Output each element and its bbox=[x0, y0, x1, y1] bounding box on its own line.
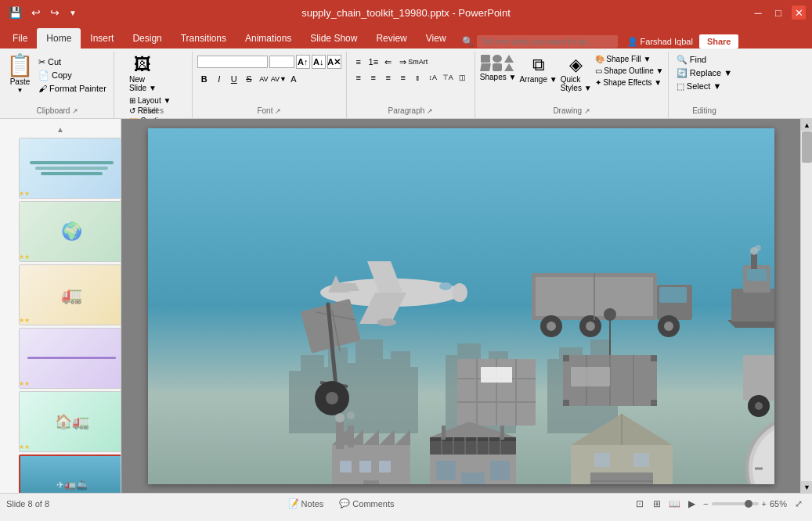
bold-button[interactable]: B bbox=[197, 72, 211, 86]
decrease-font-button[interactable]: A↓ bbox=[312, 55, 326, 69]
svg-point-38 bbox=[664, 322, 673, 331]
strikethrough-button[interactable]: S bbox=[242, 72, 256, 86]
svg-point-97 bbox=[347, 411, 355, 419]
convert-to-smartart-button[interactable]: ◫ bbox=[456, 70, 470, 84]
undo-icon[interactable]: ↩ bbox=[29, 6, 43, 19]
find-button[interactable]: 🔍 Find bbox=[677, 55, 706, 65]
editing-label: Editing bbox=[692, 106, 716, 115]
align-text-button[interactable]: ⊤A bbox=[441, 70, 455, 84]
share-button[interactable]: Share bbox=[699, 34, 739, 49]
tab-animations[interactable]: Animations bbox=[236, 28, 301, 49]
comments-button[interactable]: 💬 Comments bbox=[333, 497, 400, 510]
increase-font-button[interactable]: A↑ bbox=[296, 55, 310, 69]
svg-point-26 bbox=[377, 318, 396, 326]
justify-button[interactable]: ≡ bbox=[396, 70, 410, 84]
scroll-up-btn[interactable]: ▲ bbox=[3, 122, 117, 135]
slide-thumb-wrapper-4: 4 🌍 ★★ bbox=[3, 201, 117, 262]
reading-view-button[interactable]: 📖 bbox=[667, 497, 681, 511]
svg-point-34 bbox=[547, 322, 556, 331]
layout-button[interactable]: ⊞ Layout ▼ bbox=[129, 96, 177, 105]
spacing-button[interactable]: AV▼ bbox=[272, 72, 286, 86]
slide-canvas[interactable] bbox=[148, 128, 774, 484]
bullets-button[interactable]: ≡ bbox=[352, 55, 366, 69]
slide-7-stars: ★★ bbox=[19, 444, 30, 451]
scroll-up-button[interactable]: ▲ bbox=[801, 119, 812, 131]
store-graphic bbox=[430, 422, 516, 484]
cut-button[interactable]: ✂ Cut bbox=[36, 56, 109, 68]
slide-count-label: Slide 8 of 8 bbox=[6, 499, 49, 508]
slide-sorter-button[interactable]: ⊞ bbox=[650, 497, 664, 511]
text-direction-button[interactable]: ↕A bbox=[426, 70, 440, 84]
zoom-slider[interactable] bbox=[712, 502, 759, 505]
slide-thumb-7[interactable]: 🏠🚛 bbox=[19, 391, 121, 452]
tab-transitions[interactable]: Transitions bbox=[171, 28, 236, 49]
notes-button[interactable]: 📝 Notes bbox=[282, 497, 330, 510]
tab-view[interactable]: View bbox=[417, 28, 456, 49]
normal-view-button[interactable]: ⊡ bbox=[633, 497, 647, 511]
svg-rect-108 bbox=[436, 461, 456, 480]
underline-button[interactable]: U bbox=[227, 72, 241, 86]
scroll-thumb[interactable] bbox=[802, 131, 812, 163]
replace-button[interactable]: 🔄 Replace ▼ bbox=[677, 68, 732, 78]
clear-format-button[interactable]: A✕ bbox=[327, 55, 341, 69]
shape-outline-button[interactable]: ▭ Shape Outline ▼ bbox=[595, 66, 664, 75]
svg-rect-41 bbox=[731, 289, 774, 322]
redo-icon[interactable]: ↪ bbox=[48, 6, 62, 19]
zoom-out-button[interactable]: − bbox=[703, 499, 708, 508]
tab-file[interactable]: File bbox=[3, 28, 37, 49]
font-name-input[interactable] bbox=[197, 56, 268, 68]
decrease-indent-button[interactable]: ⇐ bbox=[381, 55, 395, 69]
arrange-button[interactable]: ⧉ Arrange ▼ bbox=[519, 55, 557, 84]
window-title: supply_chain_toolkit_19980.pptx - PowerP… bbox=[301, 7, 511, 19]
zoom-level: 65% bbox=[770, 499, 787, 508]
align-left-button[interactable]: ≡ bbox=[352, 70, 366, 84]
svg-point-23 bbox=[439, 282, 452, 290]
italic-button[interactable]: I bbox=[212, 72, 226, 86]
copy-button[interactable]: 📄 Copy bbox=[36, 70, 109, 81]
title-bar: 💾 ↩ ↪ ▼ supply_chain_toolkit_19980.pptx … bbox=[0, 0, 812, 25]
new-slide-button[interactable]: 🖼 NewSlide ▼ bbox=[129, 55, 157, 92]
slide-thumb-5[interactable]: 🚛 bbox=[19, 264, 121, 325]
tab-slideshow[interactable]: Slide Show bbox=[301, 28, 366, 49]
columns-button[interactable]: ⫾ bbox=[411, 70, 425, 84]
save-icon[interactable]: 💾 bbox=[6, 6, 24, 19]
tab-insert[interactable]: Insert bbox=[81, 28, 123, 49]
format-painter-button[interactable]: 🖌 Format Painter bbox=[36, 83, 109, 94]
smartart-button[interactable]: SmArt bbox=[411, 55, 425, 69]
ribbon-tabs: File Home Insert Design Transitions Anim… bbox=[0, 25, 812, 49]
font-size-input[interactable] bbox=[269, 56, 294, 68]
status-bar: Slide 8 of 8 📝 Notes 💬 Comments ⊡ ⊞ 📖 ▶ … bbox=[0, 493, 812, 513]
shapes-button[interactable]: Shapes ▼ bbox=[480, 55, 517, 81]
tab-design[interactable]: Design bbox=[123, 28, 171, 49]
slide-thumb-8[interactable]: ✈🚛🚢 bbox=[19, 455, 121, 493]
ribbon-group-slides: 🖼 NewSlide ▼ ⊞ Layout ▼ ↺ Reset 📂 Sectio… bbox=[114, 52, 193, 118]
fit-to-window-button[interactable]: ⤢ bbox=[792, 497, 806, 511]
scroll-down-button[interactable]: ▼ bbox=[801, 481, 812, 493]
tab-home[interactable]: Home bbox=[37, 28, 81, 49]
select-button[interactable]: ⬚ Select ▼ bbox=[677, 81, 722, 92]
shape-fill-button[interactable]: 🎨 Shape Fill ▼ bbox=[595, 55, 664, 63]
search-input[interactable] bbox=[477, 35, 618, 48]
smallcaps-button[interactable]: AV bbox=[257, 72, 271, 86]
align-right-button[interactable]: ≡ bbox=[381, 70, 395, 84]
paste-button[interactable]: 📋 Paste ▼ bbox=[6, 55, 34, 94]
close-button[interactable]: ✕ bbox=[792, 5, 806, 20]
quick-styles-button[interactable]: ◈ QuickStyles ▼ bbox=[561, 55, 592, 92]
ribbon: 📋 Paste ▼ ✂ Cut 📄 Copy 🖌 Format Painter … bbox=[0, 49, 812, 119]
slide-thumb-6[interactable] bbox=[19, 328, 121, 389]
tab-review[interactable]: Review bbox=[366, 28, 416, 49]
slide-thumb-4[interactable]: 🌍 bbox=[19, 201, 121, 262]
minimize-button[interactable]: ─ bbox=[751, 5, 765, 20]
shape-effects-button[interactable]: ✦ Shape Effects ▼ bbox=[595, 78, 664, 87]
slideshow-view-button[interactable]: ▶ bbox=[684, 497, 698, 511]
customize-qa-icon[interactable]: ▼ bbox=[67, 9, 79, 17]
status-center: 📝 Notes 💬 Comments bbox=[282, 497, 401, 510]
svg-rect-109 bbox=[490, 461, 510, 480]
font-color-button[interactable]: A bbox=[287, 72, 301, 86]
zoom-in-button[interactable]: + bbox=[762, 499, 767, 508]
numbering-button[interactable]: 1≡ bbox=[366, 55, 381, 69]
slide-thumb-3[interactable] bbox=[19, 138, 121, 199]
align-center-button[interactable]: ≡ bbox=[366, 70, 381, 84]
window-controls: ─ □ ✕ bbox=[751, 5, 806, 20]
maximize-button[interactable]: □ bbox=[771, 5, 785, 20]
